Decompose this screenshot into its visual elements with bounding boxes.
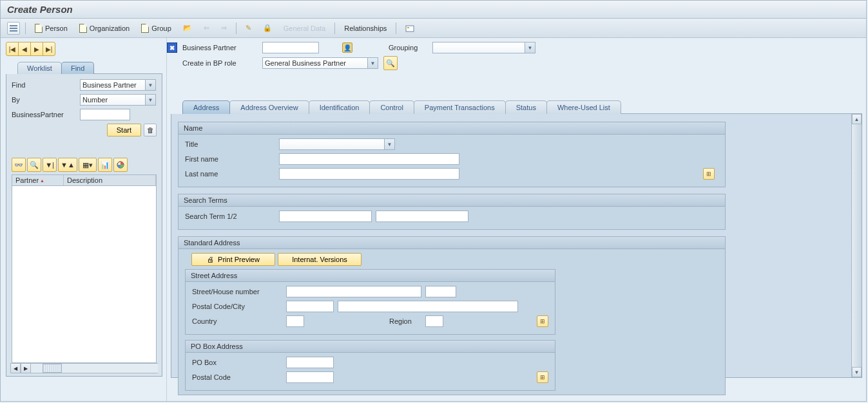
layout-icon[interactable]: ▦▾ bbox=[79, 158, 97, 172]
glasses-icon[interactable]: 👓 bbox=[12, 158, 26, 172]
scroll-up-icon[interactable]: ▲ bbox=[852, 114, 862, 124]
filter-icon[interactable]: ▼| bbox=[43, 158, 57, 172]
color-icon[interactable] bbox=[113, 158, 128, 172]
postal-input[interactable] bbox=[286, 301, 334, 312]
separator bbox=[25, 23, 26, 34]
first-name-input[interactable] bbox=[279, 153, 459, 165]
bp-input[interactable] bbox=[80, 109, 130, 120]
menu-relationships[interactable]: Relationships bbox=[340, 23, 391, 33]
check-icon[interactable]: 🔒 bbox=[259, 23, 276, 33]
expand-name-icon[interactable]: ⊞ bbox=[703, 168, 715, 180]
svg-rect-4 bbox=[407, 27, 409, 28]
right-pane: ✖ Business Partner 👤 Grouping ▼ Create i… bbox=[167, 38, 866, 401]
pobox-postal-input[interactable] bbox=[286, 371, 334, 383]
region-input[interactable] bbox=[425, 315, 443, 327]
tab-status[interactable]: Status bbox=[505, 100, 547, 114]
tab-find[interactable]: Find bbox=[61, 62, 94, 74]
tab-status-label: Status bbox=[516, 104, 536, 111]
nav-next[interactable]: ▶ bbox=[30, 42, 43, 56]
tab-where[interactable]: Where-Used List bbox=[546, 100, 621, 114]
nav-prev[interactable]: ◀ bbox=[18, 42, 31, 56]
delete-icon[interactable]: 🗑 bbox=[144, 124, 157, 136]
find-icon[interactable]: 🔍 bbox=[27, 158, 41, 172]
new-doc-icon bbox=[35, 24, 43, 33]
search-term2-input[interactable] bbox=[376, 211, 468, 222]
sort-icon[interactable]: ▼▲ bbox=[58, 158, 77, 172]
address-panel-title: Standard Address bbox=[178, 237, 725, 249]
find-value: Business Partner bbox=[82, 81, 137, 89]
grouping-label: Grouping bbox=[389, 44, 427, 52]
print-preview-button[interactable]: 🖨 Print Preview bbox=[191, 253, 275, 266]
search-panel: Search Terms Search Term 1/2 bbox=[178, 194, 726, 230]
house-number-input[interactable] bbox=[425, 286, 456, 297]
expand-street-icon[interactable]: ⊞ bbox=[537, 315, 548, 327]
by-select[interactable]: Number ▼ bbox=[80, 94, 156, 106]
settings-icon[interactable] bbox=[401, 23, 418, 34]
title-select[interactable]: ▼ bbox=[279, 138, 395, 150]
app-window: Create Person Person Organization Group … bbox=[0, 0, 867, 402]
tab-address-label: Address bbox=[193, 104, 219, 111]
scroll-grip[interactable] bbox=[43, 364, 62, 373]
menu-organization-label: Organization bbox=[90, 24, 130, 32]
menu-person[interactable]: Person bbox=[31, 23, 72, 34]
grid-body[interactable] bbox=[12, 186, 157, 363]
tab-payment-label: Payment Transactions bbox=[425, 104, 495, 111]
scroll-track[interactable] bbox=[31, 363, 158, 373]
address-panel: Standard Address 🖨 Print Preview Interna… bbox=[178, 236, 726, 395]
intl-versions-button[interactable]: Internat. Versions bbox=[278, 253, 362, 266]
svg-rect-3 bbox=[406, 26, 414, 32]
scroll-down-icon[interactable]: ▼ bbox=[852, 367, 862, 377]
tab-worklist[interactable]: Worklist bbox=[17, 62, 62, 74]
bp-number-input[interactable] bbox=[262, 42, 319, 53]
tab-payment[interactable]: Payment Transactions bbox=[414, 100, 506, 114]
tab-overview[interactable]: Address Overview bbox=[229, 100, 309, 114]
menu-group[interactable]: Group bbox=[137, 23, 175, 34]
find-select[interactable]: Business Partner ▼ bbox=[80, 79, 156, 91]
search-panel-title: Search Terms bbox=[178, 194, 725, 207]
left-pane: |◀ ◀ ▶ ▶| Worklist Find Find Business Pa… bbox=[1, 38, 167, 401]
print-icon: 🖨 bbox=[207, 256, 214, 263]
main-tabs: Address Address Overview Identification … bbox=[182, 100, 862, 114]
nav-last[interactable]: ▶| bbox=[43, 42, 55, 56]
person-icon: 👤 bbox=[342, 42, 352, 53]
bp-icon: ✖ bbox=[167, 42, 177, 53]
col-description[interactable]: Description bbox=[64, 175, 156, 185]
country-input[interactable] bbox=[286, 315, 304, 327]
main-tab-body: Name Title ▼ First name bbox=[171, 114, 862, 378]
grid-header: Partner ▲ Description bbox=[12, 174, 157, 186]
tab-address[interactable]: Address bbox=[182, 100, 230, 114]
pobox-input[interactable] bbox=[286, 357, 334, 368]
svg-rect-0 bbox=[10, 25, 17, 26]
v-scrollbar[interactable]: ▲ ▼ bbox=[851, 114, 862, 377]
nav-fwd-icon[interactable]: ⇒ bbox=[217, 23, 231, 33]
menu-icon[interactable] bbox=[7, 22, 20, 35]
start-button[interactable]: Start bbox=[107, 124, 141, 136]
open-icon[interactable]: 📂 bbox=[179, 23, 196, 33]
search-term-label: Search Term 1/2 bbox=[185, 212, 275, 220]
col-partner[interactable]: Partner ▲ bbox=[12, 175, 64, 185]
scroll-right-icon[interactable]: ▶ bbox=[21, 363, 31, 373]
menu-organization[interactable]: Organization bbox=[75, 23, 133, 34]
grouping-select[interactable]: ▼ bbox=[432, 42, 535, 53]
nav-first[interactable]: |◀ bbox=[6, 42, 19, 56]
create-role-select[interactable]: General Business Partner ▼ bbox=[262, 57, 378, 69]
scroll-left-icon[interactable]: ◀ bbox=[10, 363, 21, 373]
last-name-input[interactable] bbox=[279, 168, 459, 180]
result-toolbar: 👓 🔍 ▼| ▼▲ ▦▾ 📊 bbox=[12, 158, 157, 172]
nav-back-icon[interactable]: ⇐ bbox=[200, 23, 213, 33]
expand-pobox-icon[interactable]: ⊞ bbox=[537, 371, 548, 383]
city-input[interactable] bbox=[338, 301, 518, 312]
title-label: Title bbox=[185, 140, 275, 148]
edit-icon[interactable]: ✎ bbox=[242, 23, 255, 33]
chart-icon[interactable]: 📊 bbox=[98, 158, 112, 172]
role-detail-icon[interactable]: 🔍 bbox=[383, 56, 398, 70]
tab-control[interactable]: Control bbox=[369, 100, 414, 114]
chevron-down-icon: ▼ bbox=[367, 58, 378, 68]
create-role-value: General Business Partner bbox=[265, 59, 346, 67]
street-input[interactable] bbox=[286, 286, 421, 297]
pobox-label: PO Box bbox=[192, 359, 282, 366]
search-term1-input[interactable] bbox=[279, 211, 372, 222]
tab-identification[interactable]: Identification bbox=[309, 100, 371, 114]
col-description-label: Description bbox=[67, 176, 102, 184]
menu-general-data[interactable]: General Data bbox=[280, 23, 329, 33]
